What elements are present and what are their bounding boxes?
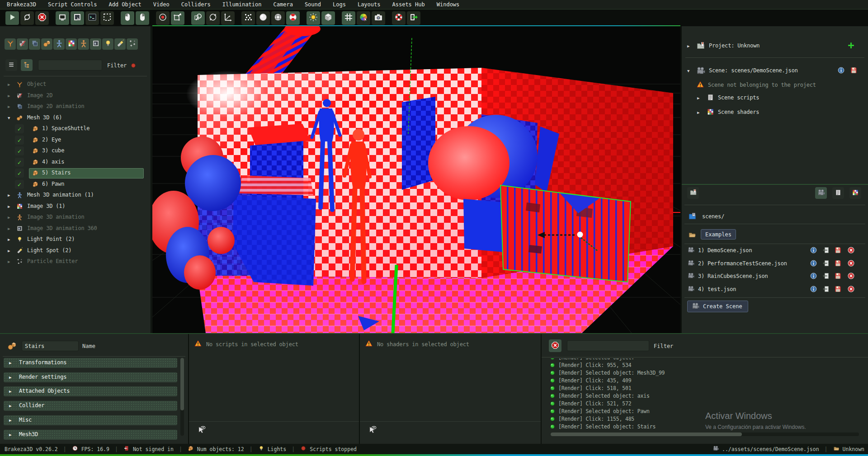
- filter-clear-icon[interactable]: [130, 62, 137, 70]
- menu-add-object[interactable]: Add Object: [103, 1, 147, 8]
- tree-item-mesh-3d-6-[interactable]: ▼Mesh 3D (6): [0, 113, 149, 124]
- add-particle-emitter-button[interactable]: [127, 38, 138, 50]
- browser-scripts-tab[interactable]: [832, 187, 844, 199]
- file-delete-icon[interactable]: [847, 272, 855, 280]
- file-save-icon[interactable]: [834, 285, 842, 293]
- tree-item-6-pawn[interactable]: ✓6) Pawn: [0, 179, 149, 190]
- tree-view-button[interactable]: [21, 59, 33, 71]
- wireframe-button[interactable]: [271, 11, 285, 25]
- tree-item-particle-emitter[interactable]: ▶Particle Emitter: [0, 256, 149, 268]
- menu-camera[interactable]: Camera: [268, 1, 299, 8]
- file-save-icon[interactable]: [834, 272, 842, 280]
- solid-sphere-button[interactable]: [256, 11, 270, 25]
- tree-item-5-stairs[interactable]: ✓5) Stairs: [0, 168, 149, 179]
- scene-file-row[interactable]: 2) PerformanceTestScene.json: [682, 258, 868, 268]
- menu-illumination[interactable]: Illumination: [217, 1, 268, 8]
- add-image-2d-button[interactable]: [17, 38, 28, 50]
- scene-file-row[interactable]: 1) DemoScene.json: [682, 244, 868, 255]
- viewport-3d[interactable]: [152, 26, 680, 333]
- scene-scripts-row[interactable]: ▶ Scene scripts: [682, 92, 868, 103]
- expand-arrow-icon[interactable]: ▶: [8, 204, 10, 209]
- log-horizontal-scrollbar[interactable]: [551, 432, 859, 436]
- grid-button[interactable]: [342, 11, 355, 25]
- add-image-3d-button[interactable]: [66, 38, 77, 50]
- rotate-tool-button[interactable]: [206, 11, 220, 25]
- expand-arrow-icon[interactable]: ▶: [8, 215, 10, 220]
- add-image-360-button[interactable]: [90, 38, 101, 50]
- file-load-icon[interactable]: [822, 285, 830, 293]
- scene-save-icon[interactable]: [850, 66, 858, 75]
- browser-shaders-tab[interactable]: [849, 187, 861, 199]
- visibility-check-icon[interactable]: ✓: [15, 124, 24, 133]
- visibility-check-icon[interactable]: ✓: [15, 158, 24, 167]
- expand-arrow-icon[interactable]: ▶: [8, 94, 10, 98]
- file-load-icon[interactable]: [822, 272, 830, 280]
- section-transformations[interactable]: ▶Transformations: [4, 358, 177, 368]
- pick-shader-icon[interactable]: [368, 425, 377, 436]
- play-button[interactable]: [5, 11, 19, 25]
- add-project-icon[interactable]: [847, 42, 855, 51]
- scene-shaders-row[interactable]: ▶ Scene shaders: [682, 107, 868, 118]
- tree-item-image-3d-1-[interactable]: ▶Image 3D (1): [0, 201, 149, 212]
- tree-item-object[interactable]: ▶Object: [0, 79, 149, 90]
- browser-scenes-tab[interactable]: [815, 187, 827, 199]
- tree-item-3-cube[interactable]: ✓3) cube: [0, 146, 149, 157]
- object-pick-button[interactable]: [191, 11, 205, 25]
- menu-sound[interactable]: Sound: [299, 1, 327, 8]
- bounding-box-button[interactable]: [321, 11, 335, 25]
- menu-brakeza3d[interactable]: Brakeza3D: [1, 1, 42, 8]
- file-delete-icon[interactable]: [847, 259, 855, 267]
- scene-info-icon[interactable]: [837, 66, 845, 75]
- console-button[interactable]: [85, 11, 99, 25]
- file-delete-icon[interactable]: [847, 246, 855, 254]
- add-image-3d-animation-button[interactable]: [78, 38, 89, 50]
- add-light-spot-button[interactable]: [114, 38, 126, 50]
- reload-button[interactable]: [20, 11, 34, 25]
- file-delete-icon[interactable]: [847, 285, 855, 293]
- create-scene-button[interactable]: Create Scene: [687, 301, 748, 312]
- section-misc[interactable]: ▶Misc: [4, 415, 177, 425]
- expand-arrow-icon[interactable]: ▶: [8, 82, 10, 87]
- examples-folder-button[interactable]: Examples: [701, 229, 736, 240]
- menu-assets-hub[interactable]: Assets Hub: [386, 1, 430, 8]
- tree-item-light-spot-2-[interactable]: ▶Light Spot (2): [0, 245, 149, 257]
- textured-button[interactable]: [286, 11, 300, 25]
- expand-arrow-icon[interactable]: ▶: [8, 249, 10, 253]
- file-save-icon[interactable]: [834, 259, 842, 267]
- log-list[interactable]: [Render] Selected object:[Render] Click:…: [542, 358, 868, 431]
- tree-item-4-axis[interactable]: ✓4) axis: [0, 157, 149, 168]
- window-layout-button[interactable]: [56, 11, 69, 25]
- help-button[interactable]: [392, 11, 406, 25]
- scene-file-row[interactable]: 3) RainCubesScene.json: [682, 270, 868, 281]
- points-mode-button[interactable]: [241, 11, 255, 25]
- selection-button[interactable]: [100, 11, 114, 25]
- mouse-right-button[interactable]: [136, 11, 149, 25]
- file-info-icon[interactable]: [810, 285, 817, 293]
- project-row[interactable]: ▶ Project: Unknown: [682, 40, 868, 51]
- screenshot-button[interactable]: [372, 11, 385, 25]
- add-light-point-button[interactable]: [102, 38, 113, 50]
- tree-item-image-2d-animation[interactable]: ▶Image 2D animation: [0, 101, 149, 113]
- vertex-edit-button[interactable]: [171, 11, 184, 25]
- visibility-check-icon[interactable]: ✓: [15, 180, 24, 189]
- stop-button[interactable]: [35, 11, 49, 25]
- browser-folder-button[interactable]: [687, 187, 699, 199]
- lighting-button[interactable]: [307, 11, 320, 25]
- section-attached-objects[interactable]: ▶Attached Objects: [4, 386, 177, 396]
- clear-log-button[interactable]: [549, 339, 561, 352]
- add-image-2d-animation-button[interactable]: [29, 38, 40, 50]
- file-load-icon[interactable]: [822, 259, 830, 267]
- expand-arrow-icon[interactable]: ▶: [8, 193, 10, 197]
- list-view-button[interactable]: [5, 59, 17, 71]
- menu-script-controls[interactable]: Script Controls: [42, 1, 103, 8]
- record-button[interactable]: [156, 11, 170, 25]
- tree-item-1-spaceshuttle[interactable]: ✓1) SpaceShuttle: [0, 123, 149, 135]
- expand-arrow-icon[interactable]: ▶: [8, 226, 10, 231]
- exit-button[interactable]: [407, 11, 420, 25]
- mouse-left-button[interactable]: [121, 11, 134, 25]
- tree-item-light-point-2-[interactable]: ▶Light Point (2): [0, 234, 149, 245]
- tree-item-2-eye[interactable]: ✓2) Eye: [0, 135, 149, 146]
- properties-scrollbar[interactable]: [180, 358, 184, 436]
- file-info-icon[interactable]: [810, 272, 817, 280]
- color-picker-button[interactable]: [357, 11, 370, 25]
